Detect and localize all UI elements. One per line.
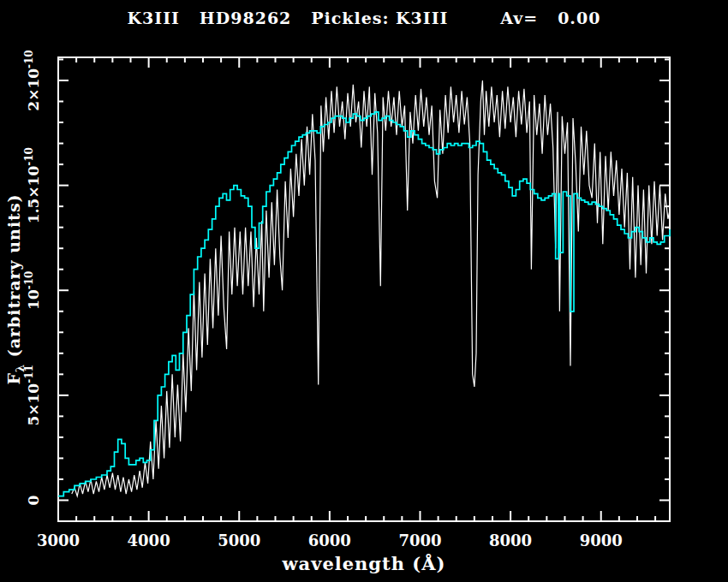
x-tick-label: 6000 — [308, 532, 351, 549]
y-axis-label: Fλ (arbitrary units) — [4, 193, 27, 384]
x-tick-label: 7000 — [398, 532, 441, 549]
y-tick-label: 2×10-10 — [23, 50, 42, 110]
x-tick-label: 4000 — [128, 532, 170, 549]
spectrum-plot: 300040005000600070008000900005×10-1110-1… — [0, 0, 728, 582]
y-axis-label-subscript: λ — [14, 364, 27, 372]
x-tick-label: 5000 — [218, 532, 260, 549]
x-tick-label: 3000 — [37, 532, 80, 549]
template-spectrum-path — [58, 112, 670, 496]
observed-spectrum-path — [72, 80, 670, 496]
x-tick-label: 9000 — [580, 532, 623, 549]
x-axis-label: wavelength (Å) — [0, 553, 728, 574]
y-axis-label-units: (arbitrary units) — [4, 193, 23, 364]
y-tick-label: 0 — [25, 495, 42, 505]
x-tick-label: 8000 — [489, 532, 532, 549]
spectrum-figure: K3III HD98262 Pickles: K3III Av= 0.00 30… — [0, 0, 728, 582]
y-axis-label-symbol: F — [4, 372, 23, 385]
